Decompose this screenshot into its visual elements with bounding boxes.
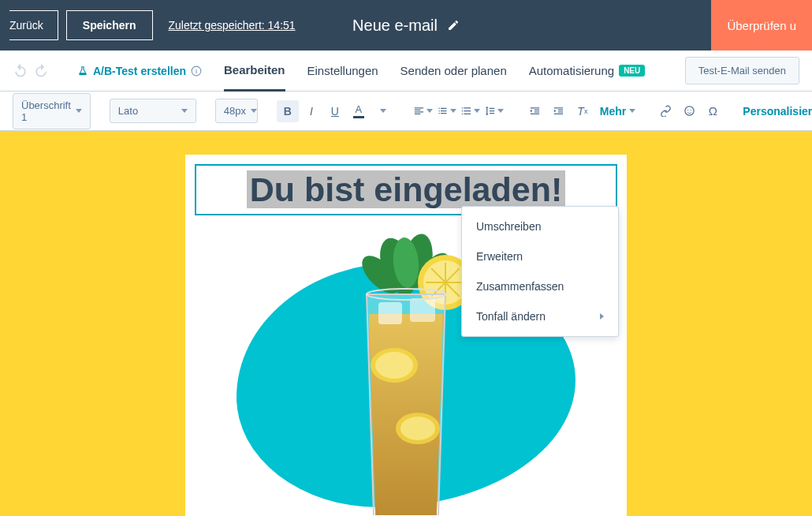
clear-format-button[interactable]: Tx [572, 100, 594, 122]
svg-rect-17 [410, 298, 435, 322]
menu-item-rewrite[interactable]: Umschreiben [462, 211, 618, 241]
caret-icon [450, 109, 456, 113]
personalize-button[interactable]: Personalisieren [743, 105, 812, 118]
tab-bar: A/B-Test erstellen i Bearbeiten Einstell… [0, 50, 812, 92]
svg-rect-16 [378, 302, 402, 324]
email-body[interactable]: Du bist eingeladen! [185, 155, 627, 516]
caret-icon [76, 109, 82, 113]
indent-button[interactable] [548, 100, 570, 122]
heading-text[interactable]: Du bist eingeladen! [247, 170, 566, 208]
more-dropdown[interactable]: Mehr [600, 105, 635, 118]
font-select[interactable]: Lato [110, 99, 196, 123]
top-header: Zurück Speichern Zuletzt gespeichert: 14… [0, 0, 812, 50]
emoji-button[interactable] [678, 100, 700, 122]
font-select-label: Lato [118, 105, 138, 117]
special-char-button[interactable]: Ω [702, 100, 724, 122]
outdent-button[interactable] [524, 100, 546, 122]
link-button[interactable] [654, 100, 676, 122]
edit-title-icon[interactable] [447, 19, 460, 32]
review-button[interactable]: Überprüfen u [711, 0, 812, 50]
history-buttons [13, 63, 49, 79]
more-label: Mehr [600, 105, 626, 118]
tab-settings[interactable]: Einstellungen [307, 50, 378, 92]
italic-button[interactable]: I [300, 100, 322, 122]
ab-test-link[interactable]: A/B-Test erstellen i [77, 65, 202, 77]
caret-icon [251, 109, 257, 113]
menu-item-label: Tonfall ändern [476, 310, 546, 323]
svg-text:i: i [196, 67, 197, 74]
bold-button[interactable]: B [277, 100, 299, 122]
caret-icon [426, 109, 433, 113]
bullet-list-button[interactable] [436, 100, 458, 122]
menu-item-tone[interactable]: Tonfall ändern [462, 301, 618, 331]
menu-item-label: Zusammenfassen [476, 280, 564, 293]
flask-icon [77, 65, 88, 77]
svg-point-3 [687, 110, 688, 110]
chevron-right-icon [600, 313, 604, 320]
format-toolbar: Überschrift 1 Lato 48px B I U A Tx Mehr … [0, 92, 812, 131]
back-button[interactable]: Zurück [9, 10, 58, 40]
svg-point-21 [400, 417, 435, 440]
last-saved-link[interactable]: Zuletzt gespeichert: 14:51 [169, 19, 296, 32]
caret-icon [497, 109, 504, 113]
align-button[interactable] [412, 100, 434, 122]
menu-item-label: Erweitern [476, 250, 523, 263]
caret-icon [181, 109, 188, 113]
redo-icon[interactable] [33, 63, 49, 79]
text-style-group: B I U A [277, 100, 393, 122]
svg-point-19 [375, 352, 413, 379]
menu-item-label: Umschreiben [476, 220, 541, 233]
undo-icon[interactable] [13, 63, 28, 79]
indent-group: Tx [524, 100, 594, 122]
caret-icon [474, 109, 480, 113]
align-group [412, 100, 505, 122]
svg-point-2 [685, 107, 694, 115]
size-select[interactable]: 48px [215, 99, 258, 123]
text-color-button[interactable]: A [348, 100, 370, 122]
menu-item-summarize[interactable]: Zusammenfassen [462, 271, 618, 301]
style-select[interactable]: Überschrift 1 [13, 93, 91, 129]
style-select-label: Überschrift 1 [21, 99, 71, 123]
menu-item-expand[interactable]: Erweitern [462, 241, 618, 271]
caret-icon [629, 109, 635, 113]
size-select-label: 48px [224, 105, 246, 117]
insert-group: Ω [654, 100, 724, 122]
new-badge: NEU [619, 65, 645, 77]
ai-context-menu: Umschreiben Erweitern Zusammenfassen Ton… [461, 206, 619, 337]
ab-test-label: A/B-Test erstellen [93, 65, 186, 77]
test-email-button[interactable]: Test-E-Mail senden [685, 57, 799, 84]
tab-automation[interactable]: Automatisierung NEU [529, 50, 646, 92]
line-height-button[interactable] [483, 100, 505, 122]
number-list-button[interactable] [460, 100, 482, 122]
save-button[interactable]: Speichern [66, 10, 153, 40]
canvas: Du bist eingeladen! [0, 131, 812, 516]
tab-edit[interactable]: Bearbeiten [224, 50, 285, 92]
info-icon: i [191, 65, 202, 77]
tab-send[interactable]: Senden oder planen [400, 50, 507, 92]
page-title-wrap: Neue e-mail [352, 17, 460, 35]
text-color-caret[interactable] [371, 100, 393, 122]
page-title: Neue e-mail [352, 17, 438, 35]
svg-point-4 [691, 110, 691, 110]
tab-automation-label: Automatisierung [529, 64, 614, 77]
underline-button[interactable]: U [324, 100, 346, 122]
